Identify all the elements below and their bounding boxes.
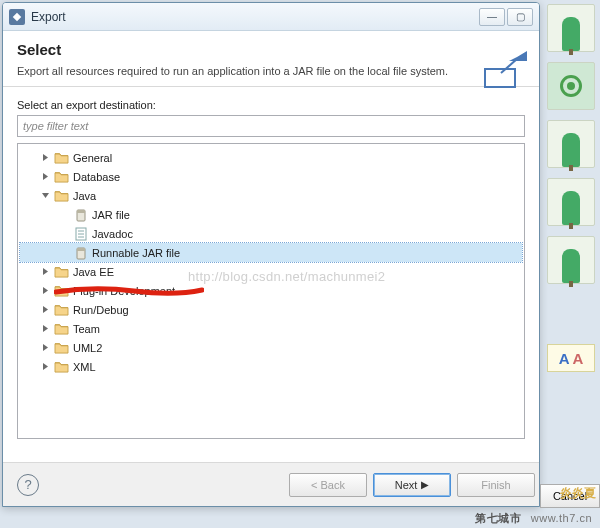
export-dialog: Export — ▢ Select Export all resources r… bbox=[2, 2, 540, 507]
chevron-right-icon[interactable] bbox=[40, 342, 51, 353]
tree-item-label: Java bbox=[73, 190, 96, 202]
chevron-right-icon: ▶ bbox=[421, 479, 429, 490]
chevron-right-icon[interactable] bbox=[40, 266, 51, 277]
next-button[interactable]: Next▶ bbox=[373, 473, 451, 497]
sidebar-thumb bbox=[547, 4, 595, 52]
desktop-sidebar: AA 炎炎夏 bbox=[542, 0, 600, 528]
chevron-down-icon[interactable] bbox=[40, 190, 51, 201]
chevron-right-icon[interactable] bbox=[40, 361, 51, 372]
sidebar-thumb bbox=[547, 236, 595, 284]
folder-icon bbox=[54, 303, 69, 316]
footer-site-en: www.th7.cn bbox=[531, 512, 592, 524]
titlebar: Export — ▢ bbox=[3, 3, 539, 31]
chevron-right-icon[interactable] bbox=[40, 285, 51, 296]
folder-icon bbox=[54, 322, 69, 335]
expander-none bbox=[60, 209, 71, 220]
svg-rect-8 bbox=[77, 248, 85, 251]
tree-folder[interactable]: UML2 bbox=[20, 338, 522, 357]
sidebar-thumb bbox=[547, 62, 595, 110]
filter-input[interactable] bbox=[17, 115, 525, 137]
tree-folder[interactable]: Database bbox=[20, 167, 522, 186]
export-banner-icon bbox=[483, 49, 529, 91]
chevron-right-icon[interactable] bbox=[40, 304, 51, 315]
maximize-button[interactable]: ▢ bbox=[507, 8, 533, 26]
sidebar-thumb bbox=[547, 120, 595, 168]
button-bar: ? < Back Next▶ Finish bbox=[3, 462, 539, 506]
tree-item-label: Database bbox=[73, 171, 120, 183]
tree-item-label: Plug-in Development bbox=[73, 285, 175, 297]
doc-icon bbox=[74, 227, 88, 241]
tree-item[interactable]: Javadoc bbox=[20, 224, 522, 243]
tree-item-label: UML2 bbox=[73, 342, 102, 354]
tree-item-label: Runnable JAR file bbox=[92, 247, 180, 259]
folder-icon bbox=[54, 170, 69, 183]
tree-item-label: Team bbox=[73, 323, 100, 335]
footer-credit: 第七城市 www.th7.cn bbox=[475, 511, 592, 526]
tree-item-label: Run/Debug bbox=[73, 304, 129, 316]
window-title: Export bbox=[31, 10, 479, 24]
font-sample-icon: AA bbox=[547, 344, 595, 372]
tree-item[interactable]: JAR file bbox=[20, 205, 522, 224]
folder-icon bbox=[54, 189, 69, 202]
help-button[interactable]: ? bbox=[17, 474, 39, 496]
tree-folder[interactable]: Java bbox=[20, 186, 522, 205]
tree-folder[interactable]: Run/Debug bbox=[20, 300, 522, 319]
page-description: Export all resources required to run an … bbox=[17, 64, 525, 78]
folder-icon bbox=[54, 151, 69, 164]
finish-button[interactable]: Finish bbox=[457, 473, 535, 497]
tree-item-label: General bbox=[73, 152, 112, 164]
tree-item[interactable]: Runnable JAR file bbox=[20, 243, 522, 262]
tree-folder[interactable]: Team bbox=[20, 319, 522, 338]
window-buttons: — ▢ bbox=[479, 8, 533, 26]
tree-folder[interactable]: Plug-in Development bbox=[20, 281, 522, 300]
tree-folder[interactable]: XML bbox=[20, 357, 522, 376]
jar-icon bbox=[74, 208, 88, 222]
expander-none bbox=[60, 247, 71, 258]
dialog-header: Select Export all resources required to … bbox=[3, 31, 539, 87]
export-tree[interactable]: http://blog.csdn.net/machunmei2 GeneralD… bbox=[17, 143, 525, 439]
footer-site-cn: 第七城市 bbox=[475, 512, 521, 524]
folder-icon bbox=[54, 341, 69, 354]
dialog-body: Select an export destination: http://blo… bbox=[3, 87, 539, 443]
sidebar-hot-label: 炎炎夏 bbox=[560, 485, 596, 502]
expander-none bbox=[60, 228, 71, 239]
chevron-right-icon[interactable] bbox=[40, 152, 51, 163]
next-button-label: Next bbox=[395, 479, 418, 491]
tree-folder[interactable]: Java EE bbox=[20, 262, 522, 281]
chevron-right-icon[interactable] bbox=[40, 323, 51, 334]
destination-label: Select an export destination: bbox=[17, 99, 525, 111]
app-icon bbox=[9, 9, 25, 25]
svg-rect-2 bbox=[77, 210, 85, 213]
tree-item-label: JAR file bbox=[92, 209, 130, 221]
folder-icon bbox=[54, 284, 69, 297]
minimize-button[interactable]: — bbox=[479, 8, 505, 26]
tree-item-label: XML bbox=[73, 361, 96, 373]
svg-rect-0 bbox=[485, 69, 515, 87]
sidebar-thumb bbox=[547, 178, 595, 226]
back-button[interactable]: < Back bbox=[289, 473, 367, 497]
tree-item-label: Javadoc bbox=[92, 228, 133, 240]
tree-folder[interactable]: General bbox=[20, 148, 522, 167]
tree-item-label: Java EE bbox=[73, 266, 114, 278]
folder-icon bbox=[54, 360, 69, 373]
page-title: Select bbox=[17, 41, 525, 58]
chevron-right-icon[interactable] bbox=[40, 171, 51, 182]
jar-icon bbox=[74, 246, 88, 260]
folder-icon bbox=[54, 265, 69, 278]
